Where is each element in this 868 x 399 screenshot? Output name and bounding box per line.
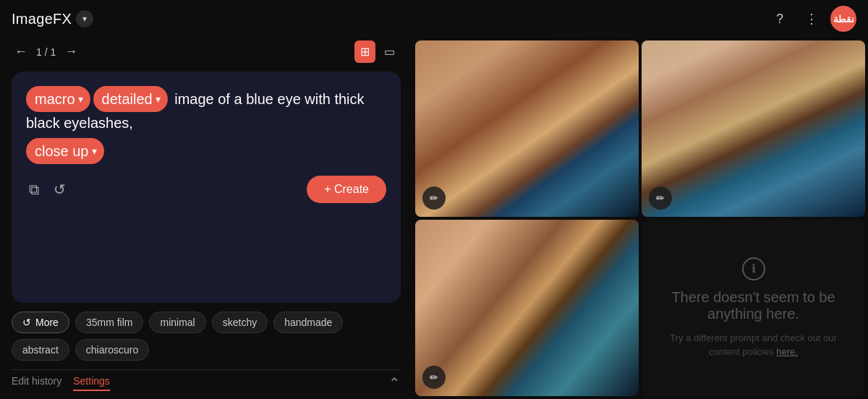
nav-bar: ← 1 / 1 → ⊞ ▭: [12, 38, 401, 66]
header-right: ? ⋮ نقطة: [767, 6, 856, 32]
empty-title: There doesn't seem to be anything here.: [656, 289, 851, 322]
app-title: ImageFX: [12, 11, 72, 27]
image-cell-3: ✏: [415, 220, 639, 396]
image-cell-2: ✏: [642, 40, 865, 217]
empty-description: Try a different prompt and check out our…: [656, 331, 851, 359]
copy-button[interactable]: ⧉: [26, 178, 42, 201]
chip-35mm-label: 35mm film: [86, 317, 133, 328]
help-icon: ?: [776, 12, 783, 27]
image-edit-button-1[interactable]: ✏: [422, 186, 446, 210]
chip-abstract-label: abstract: [22, 344, 59, 356]
prompt-text: macro ▾ detailed ▾ image of a blue eye w…: [26, 86, 386, 164]
detailed-tag[interactable]: detailed ▾: [93, 86, 168, 112]
chip-minimal[interactable]: minimal: [149, 312, 205, 333]
macro-label: macro: [35, 88, 75, 110]
header: ImageFX ▾ ? ⋮ نقطة: [0, 0, 868, 38]
next-button[interactable]: →: [61, 41, 80, 62]
more-options-button[interactable]: ⋮: [799, 6, 825, 32]
header-left: ImageFX ▾: [12, 10, 93, 27]
detailed-dropdown-icon: ▾: [156, 92, 161, 107]
refresh-button[interactable]: ↺: [51, 178, 69, 201]
image-cell-1: ✏: [415, 40, 639, 217]
chevron-down-icon: ▾: [82, 14, 87, 24]
image-edit-button-2[interactable]: ✏: [649, 186, 672, 210]
main-content: ← 1 / 1 → ⊞ ▭ macro ▾: [0, 38, 868, 399]
closeup-tag[interactable]: close up ▾: [26, 138, 104, 164]
right-arrow-icon: →: [64, 44, 77, 59]
chip-more-label: More: [35, 317, 59, 328]
macro-tag[interactable]: macro ▾: [26, 86, 90, 112]
pencil-icon-1: ✏: [430, 192, 438, 204]
avatar-text: نقطة: [833, 14, 854, 25]
chip-sketchy[interactable]: sketchy: [212, 312, 268, 333]
bottom-tabs: Edit history Settings ⌃: [12, 369, 401, 393]
prompt-area[interactable]: macro ▾ detailed ▾ image of a blue eye w…: [12, 72, 401, 303]
chip-abstract[interactable]: abstract: [12, 339, 69, 361]
left-arrow-icon: ←: [14, 44, 27, 59]
avatar-button[interactable]: نقطة: [830, 6, 856, 32]
tab-settings-label: Settings: [73, 375, 110, 387]
chip-chiaroscuro-label: chiaroscuro: [86, 344, 138, 356]
chip-handmade[interactable]: handmade: [273, 312, 343, 333]
tab-settings[interactable]: Settings: [73, 375, 110, 391]
image-edit-button-3[interactable]: ✏: [422, 366, 446, 389]
prompt-icons: ⧉ ↺: [26, 178, 69, 201]
left-panel: ← 1 / 1 → ⊞ ▭ macro ▾: [0, 38, 412, 399]
app-dropdown-button[interactable]: ▾: [76, 10, 93, 27]
refresh-small-icon: ↺: [22, 317, 31, 328]
pencil-icon-2: ✏: [656, 192, 665, 204]
closeup-dropdown-icon: ▾: [92, 144, 97, 159]
create-button[interactable]: + Create: [307, 176, 386, 203]
chevron-up-icon: ⌃: [388, 375, 401, 391]
chip-handmade-label: handmade: [284, 317, 332, 328]
chip-sketchy-label: sketchy: [223, 317, 257, 328]
create-label: + Create: [324, 183, 369, 196]
tab-edit-history[interactable]: Edit history: [12, 375, 61, 391]
help-button[interactable]: ?: [767, 6, 793, 32]
grid-icon: ⊞: [360, 46, 370, 58]
single-icon: ▭: [384, 46, 395, 58]
nav-arrows: ← 1 / 1 →: [12, 41, 80, 62]
view-toggle: ⊞ ▭: [354, 40, 401, 63]
chip-minimal-label: minimal: [160, 317, 195, 328]
pencil-icon-3: ✏: [430, 372, 438, 383]
tab-edit-history-label: Edit history: [12, 375, 61, 387]
tabs-left: Edit history Settings: [12, 375, 110, 391]
more-icon: ⋮: [805, 11, 818, 27]
refresh-icon: ↺: [54, 181, 66, 197]
grid-view-button[interactable]: ⊞: [354, 40, 375, 63]
nav-counter: 1 / 1: [36, 46, 56, 58]
empty-cell: ℹ There doesn't seem to be anything here…: [642, 220, 865, 396]
right-panel: ✏ ✏ ✏ ℹ There doesn't seem to be anythin…: [412, 38, 868, 399]
copy-icon: ⧉: [29, 181, 39, 197]
info-icon: ℹ: [742, 257, 765, 280]
expand-button[interactable]: ⌃: [388, 374, 401, 392]
detailed-label: detailed: [102, 88, 153, 110]
style-chips: ↺ More 35mm film minimal sketchy handmad…: [12, 309, 401, 364]
closeup-label: close up: [35, 140, 89, 162]
single-view-button[interactable]: ▭: [378, 40, 401, 63]
macro-dropdown-icon: ▾: [78, 92, 83, 107]
chip-more[interactable]: ↺ More: [12, 312, 69, 333]
chip-chiaroscuro[interactable]: chiaroscuro: [75, 339, 149, 361]
prompt-actions: ⧉ ↺ + Create: [26, 173, 386, 203]
content-policy-link[interactable]: here.: [776, 346, 798, 357]
prev-button[interactable]: ←: [12, 41, 30, 62]
chip-35mm[interactable]: 35mm film: [75, 312, 144, 333]
